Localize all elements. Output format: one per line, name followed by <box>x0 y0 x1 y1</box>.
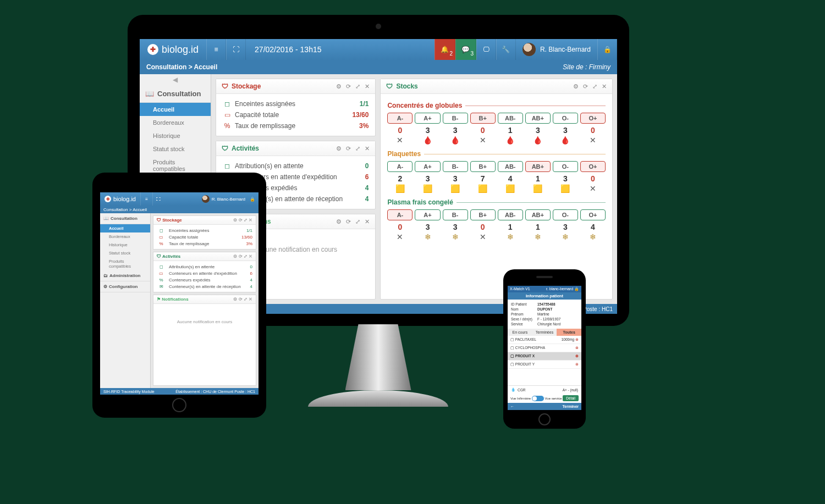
view-toggle[interactable] <box>532 396 544 401</box>
expand-icon[interactable]: ⤢ <box>592 83 597 90</box>
lock-button[interactable]: 🔒 <box>597 39 617 60</box>
tab-terminees[interactable]: Terminées <box>532 329 557 336</box>
gear-icon[interactable]: ⚙ <box>336 145 342 152</box>
display-button[interactable]: 🖵 <box>476 39 496 60</box>
messages-count: 3 <box>470 51 474 57</box>
alerts-button[interactable]: 🔔 2 <box>435 39 455 60</box>
header-datetime: 27/02/2016 - 13h15 <box>246 45 330 54</box>
tablet-item-produits-compatibles[interactable]: Produits compatibles <box>100 257 150 270</box>
phone-home-button[interactable] <box>538 413 551 425</box>
user-menu[interactable]: R. Blanc-Bernard <box>516 43 597 56</box>
stat-row: ◻Enceintes assignées1/1 <box>157 227 252 234</box>
tablet-panel-stockage: 🛡 Stockage⚙ ⟳ ⤢ ✕ ◻Enceintes assignées1/… <box>153 215 256 250</box>
tab-toutes[interactable]: Toutes <box>557 329 581 336</box>
blood-bag-icon: ❄ <box>580 232 606 241</box>
detail-button[interactable]: Détail <box>563 395 579 401</box>
blood-bag-icon: 🟨 <box>387 184 413 193</box>
blood-type-chip[interactable]: B+ <box>470 113 496 124</box>
lock-icon: 🔒 <box>603 46 612 53</box>
blood-type-chip[interactable]: AB- <box>498 161 523 172</box>
expand-icon[interactable]: ⤢ <box>355 145 360 152</box>
tablet-home-button[interactable] <box>172 398 186 412</box>
blood-type-count: 0 <box>580 174 606 183</box>
panel-header-stocks: 🛡Stocks ⚙⟳⤢✕ <box>381 79 612 94</box>
menu-button[interactable]: ≡ <box>206 39 226 60</box>
blood-type-chip[interactable]: B+ <box>470 209 496 220</box>
blood-type-count: 3 <box>553 174 578 183</box>
blood-type-chip[interactable]: A+ <box>415 209 440 220</box>
hamburger-icon: ≡ <box>215 46 218 53</box>
blood-type-chip[interactable]: O- <box>553 161 578 172</box>
gear-icon[interactable]: ⚙ <box>573 83 579 90</box>
refresh-icon[interactable]: ⟳ <box>346 145 351 152</box>
phone-app-title: X-Match V1 <box>510 287 530 291</box>
refresh-icon[interactable]: ⟳ <box>583 83 588 90</box>
lock-icon[interactable]: 🔒 <box>250 197 255 202</box>
blood-type-chip[interactable]: O- <box>553 209 578 220</box>
terminer-button[interactable]: Terminer <box>563 405 579 408</box>
sidebar-item-bordereaux[interactable]: Bordereaux <box>140 116 211 129</box>
close-icon[interactable]: ✕ <box>365 83 370 90</box>
blood-type-chip[interactable]: O+ <box>580 113 606 124</box>
product-item[interactable]: ▢ PRODUIT Y ⊗ <box>508 361 581 369</box>
tablet-section-configuration[interactable]: ⚙ Configuration <box>100 281 150 292</box>
tablet-section-consultation[interactable]: 📖 Consultation <box>100 213 150 224</box>
refresh-icon[interactable]: ⟳ <box>346 83 351 90</box>
blood-type-chip[interactable]: AB+ <box>525 113 551 124</box>
blood-type-chip[interactable]: B- <box>443 209 468 220</box>
gear-icon[interactable]: ⚙ <box>336 218 342 225</box>
blood-type-chip[interactable]: AB+ <box>525 161 551 172</box>
tablet-user[interactable]: R. Blanc-Bernard 🔒 <box>199 195 258 203</box>
sidebar-item-accueil[interactable]: Accueil <box>140 103 211 116</box>
close-icon[interactable]: ✕ <box>365 145 370 152</box>
settings-button[interactable]: 🔧 <box>496 39 516 60</box>
expand-icon[interactable]: ⤢ <box>355 83 360 90</box>
blood-section-title: Plaquettes <box>387 150 606 158</box>
blood-type-count: 1 <box>498 223 523 231</box>
expand-icon[interactable]: ⤢ <box>355 218 360 225</box>
sidebar-item-historique[interactable]: Historique <box>140 129 211 142</box>
sidebar-section-consultation[interactable]: 📖 Consultation <box>140 85 211 103</box>
tablet-item-statut-stock[interactable]: Statut stock <box>100 249 150 257</box>
product-item[interactable]: ▢ PACLITAXEL1000mg ⊗ <box>508 336 581 344</box>
blood-type-chip[interactable]: O+ <box>580 209 606 220</box>
tab-en-cours[interactable]: En cours <box>508 329 532 336</box>
gear-icon[interactable]: ⚙ <box>336 83 342 90</box>
stat-row: ▭Capacité totale13/60 <box>157 234 252 240</box>
blood-type-chip[interactable]: O+ <box>580 161 606 172</box>
phone-section-title: Information patient <box>508 292 581 300</box>
blood-type-chip[interactable]: B- <box>443 161 468 172</box>
sidebar-item-statut-stock[interactable]: Statut stock <box>140 142 211 156</box>
close-icon[interactable]: ✕ <box>365 218 370 225</box>
tablet-menu-button[interactable]: ≡ <box>140 192 152 206</box>
blood-type-count: 3 <box>415 223 440 231</box>
lock-icon[interactable]: 🔒 <box>574 287 579 291</box>
blood-type-chip[interactable]: A- <box>387 161 413 172</box>
blood-type-chip[interactable]: B- <box>443 113 468 124</box>
product-item[interactable]: ▢ CYCLOPHOSPHA ⊗ <box>508 344 581 352</box>
product-item[interactable]: ▢ PRODUIT X ⊗ <box>508 352 581 361</box>
blood-type-chip[interactable]: A- <box>387 209 413 220</box>
tablet-screen-button[interactable]: ⛶ <box>152 192 164 206</box>
brand-logo: ✚ biolog.id <box>140 39 206 60</box>
sidebar-collapse-button[interactable]: ◀ <box>140 74 211 85</box>
tablet-section-administration[interactable]: 🗂 Administration <box>100 270 150 281</box>
back-button[interactable]: ← <box>510 405 514 408</box>
refresh-icon[interactable]: ⟳ <box>346 218 351 225</box>
blood-type-chip[interactable]: A- <box>387 113 413 124</box>
blood-type-chip[interactable]: O- <box>553 113 578 124</box>
close-icon[interactable]: ✕ <box>602 83 607 90</box>
tablet-item-bordereaux[interactable]: Bordereaux <box>100 232 150 241</box>
blood-type-chip[interactable]: AB- <box>498 113 523 124</box>
blood-type-chip[interactable]: B+ <box>470 161 496 172</box>
screen-button[interactable]: ⛶ <box>226 39 246 60</box>
blood-type-chip[interactable]: A+ <box>415 161 440 172</box>
blood-type-chip[interactable]: AB- <box>498 209 523 220</box>
blood-type-chip[interactable]: AB+ <box>525 209 551 220</box>
blood-bag-icon: ❄ <box>553 232 578 241</box>
blood-bag-icon: ✕ <box>470 232 496 241</box>
tablet-item-accueil[interactable]: Accueil <box>100 224 150 232</box>
tablet-item-historique[interactable]: Historique <box>100 241 150 249</box>
messages-button[interactable]: 💬 3 <box>455 39 476 60</box>
blood-type-chip[interactable]: A+ <box>415 113 440 124</box>
